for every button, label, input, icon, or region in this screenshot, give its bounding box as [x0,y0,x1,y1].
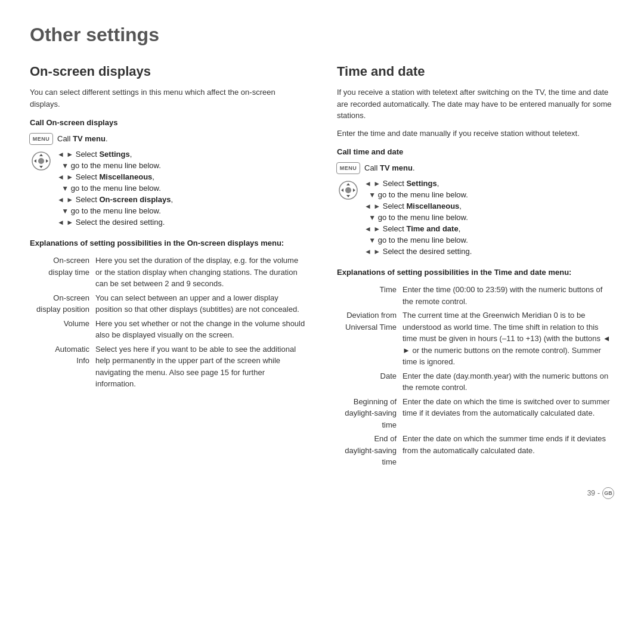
right-exp-label-begin-dst: Beginning ofdaylight-savingtime [337,395,402,432]
left-menu-icon: MENU [30,132,52,145]
left-step-onscreen: ◄ ► Select On-screen displays, [57,195,307,204]
left-steps-row: ◄ ► Select Settings, ▼ go to the menu li… [30,150,307,229]
svg-marker-3 [46,159,48,163]
svg-marker-8 [341,188,343,192]
menu-button-label: MENU [29,133,54,145]
page-number: 39 [587,489,595,497]
left-exp-label-auto-info: AutomaticInfo [30,342,95,391]
right-exp-row-begin-dst: Beginning ofdaylight-savingtime Enter th… [337,395,614,432]
right-exp-row-date: Date Enter the date (day.month.year) wit… [337,369,614,395]
svg-marker-11 [346,195,350,197]
right-exp-text-begin-dst: Enter the date on which the time is swit… [402,395,614,432]
left-exp-label-display-time: On-screendisplay time [30,253,95,291]
left-nav-icon [30,150,52,171]
right-call-label: Call time and date [337,147,614,156]
left-step-settings-goto: ▼ go to the menu line below. [57,161,307,170]
gb-badge: GB [602,487,614,499]
left-explanations-title: Explanations of setting possibilities in… [30,239,307,247]
svg-marker-5 [39,166,43,168]
right-exp-text-end-dst: Enter the date on which the summer time … [402,432,614,469]
right-exp-label-deviation: Deviation fromUniversal Time [337,308,402,369]
right-explanations-table: Time Enter the time (00:00 to 23:59) wit… [337,283,614,469]
left-exp-text-volume: Here you set whether or not the change i… [95,317,307,342]
right-exp-row-deviation: Deviation fromUniversal Time The current… [337,308,614,369]
right-explanations-title: Explanations of setting possibilities in… [337,268,614,277]
right-step-desired: ◄ ► Select the desired setting. [364,247,614,256]
right-call-tv-menu: Call TV menu. [364,163,415,172]
left-exp-text-display-time: Here you set the duration of the display… [95,253,307,291]
left-step-desired: ◄ ► Select the desired setting. [57,218,307,227]
svg-point-7 [345,187,351,193]
left-exp-row-auto-info: AutomaticInfo Select yes here if you wan… [30,342,307,391]
svg-marker-4 [39,154,43,156]
left-exp-row-volume: Volume Here you set whether or not the c… [30,317,307,342]
left-steps-content: ◄ ► Select Settings, ▼ go to the menu li… [57,150,307,229]
left-column: On-screen displays You can select differ… [30,64,307,469]
left-exp-text-display-pos: You can select between an upper and a lo… [95,291,307,317]
right-exp-text-time: Enter the time (00:00 to 23:59) with the… [402,283,614,308]
page-footer: 39 - GB [30,487,614,499]
left-step-onscreen-goto: ▼ go to the menu line below. [57,206,307,215]
page-number-badge: 39 - GB [587,487,614,499]
left-step-misc-goto: ▼ go to the menu line below. [57,184,307,193]
left-call-tv-menu: Call TV menu. [57,134,108,143]
right-step-timedate: ◄ ► Select Time and date, [364,224,614,233]
right-call-block: MENU Call TV menu. [337,161,614,174]
left-exp-label-display-pos: On-screendisplay position [30,291,95,317]
right-exp-text-date: Enter the date (day.month.year) with the… [402,369,614,395]
svg-point-1 [38,158,44,164]
right-exp-label-time: Time [337,283,402,308]
left-call-block: MENU Call TV menu. [30,132,307,145]
left-intro: You can select different settings in thi… [30,86,307,110]
right-exp-row-end-dst: End ofdaylight-savingtime Enter the date… [337,432,614,469]
left-step-misc: ◄ ► Select Miscellaneous, [57,172,307,181]
svg-marker-10 [346,183,350,185]
right-intro2: Enter the time and date manually if you … [337,128,614,140]
right-step-misc: ◄ ► Select Miscellaneous, [364,202,614,210]
right-exp-text-deviation: The current time at the Greenwich Meridi… [402,308,614,369]
right-steps-content: ◄ ► Select Settings, ▼ go to the menu li… [364,179,614,258]
right-menu-icon: MENU [337,161,360,174]
svg-marker-9 [353,188,355,192]
left-exp-label-volume: Volume [30,317,95,342]
left-exp-row-display-pos: On-screendisplay position You can select… [30,291,307,317]
right-intro1: If you receive a station with teletext a… [337,86,614,122]
right-step-settings: ◄ ► Select Settings, [364,179,614,188]
right-step-settings-goto: ▼ go to the menu line below. [364,190,614,199]
right-exp-label-date: Date [337,369,402,395]
right-steps-row: ◄ ► Select Settings, ▼ go to the menu li… [337,179,614,258]
right-exp-label-end-dst: End ofdaylight-savingtime [337,432,402,469]
right-heading: Time and date [337,64,614,79]
left-exp-text-auto-info: Select yes here if you want to be able t… [95,342,307,391]
svg-marker-2 [34,159,36,163]
right-column: Time and date If you receive a station w… [337,64,614,469]
left-step-settings: ◄ ► Select Settings, [57,150,307,159]
left-exp-row-display-time: On-screendisplay time Here you set the d… [30,253,307,291]
left-explanations-table: On-screendisplay time Here you set the d… [30,253,307,391]
right-step-misc-goto: ▼ go to the menu line below. [364,213,614,222]
page-title: Other settings [30,24,614,46]
right-exp-row-time: Time Enter the time (00:00 to 23:59) wit… [337,283,614,308]
right-step-timedate-goto: ▼ go to the menu line below. [364,236,614,244]
right-menu-button-label: MENU [336,162,361,174]
right-nav-icon [337,179,360,200]
left-call-label: Call On-screen displays [30,118,307,127]
left-heading: On-screen displays [30,64,307,79]
